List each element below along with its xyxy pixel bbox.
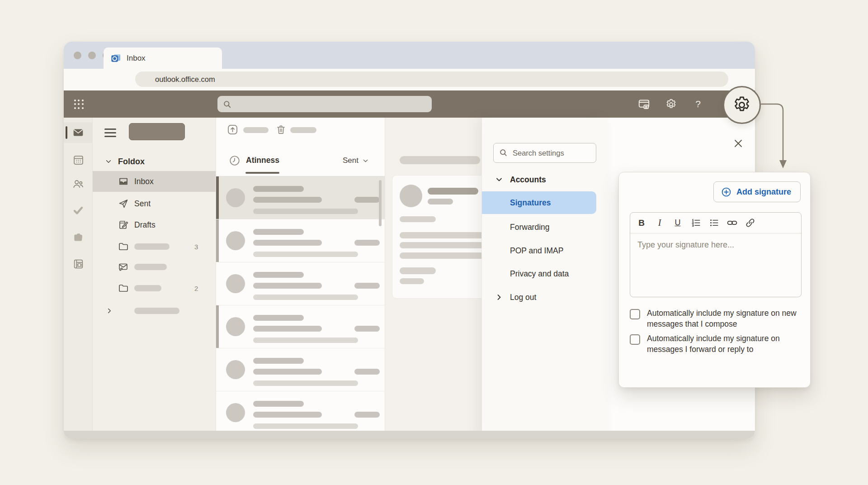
- folder-name-skeleton: [134, 285, 161, 291]
- message-row[interactable]: [216, 391, 385, 434]
- message-list-header: Atinness Sent: [216, 150, 385, 176]
- folder-item-custom-3[interactable]: 2: [93, 278, 216, 299]
- help-icon[interactable]: ?: [692, 98, 704, 110]
- chevron-down-icon: [495, 176, 503, 183]
- command-label-skeleton: [290, 127, 316, 133]
- address-bar[interactable]: outlook.office.com: [135, 71, 728, 87]
- checkbox-new-messages[interactable]: [630, 309, 640, 319]
- underline-button[interactable]: U: [671, 216, 684, 230]
- message-row[interactable]: [216, 176, 385, 219]
- folder-section-row[interactable]: Foldox: [93, 151, 216, 172]
- folder-name-skeleton: [134, 308, 179, 314]
- browser-toolbar: outlook.office.com: [64, 69, 755, 90]
- briefcase-icon: [72, 232, 84, 243]
- hamburger-menu-icon[interactable]: [104, 128, 116, 137]
- signature-textarea[interactable]: [630, 233, 801, 296]
- filter-dropdown[interactable]: Sent: [343, 156, 368, 165]
- new-message-icon[interactable]: [227, 124, 238, 135]
- body-skeleton: [400, 278, 424, 284]
- settings-gear-callout[interactable]: [723, 86, 761, 124]
- folder-group-collapsed[interactable]: [93, 300, 216, 321]
- app-launcher-icon[interactable]: [74, 100, 84, 109]
- outlook-favicon: [111, 53, 121, 63]
- rail-todo-button[interactable]: [64, 200, 93, 221]
- folder-item-inbox[interactable]: Inbox: [93, 171, 216, 192]
- list-view-tab[interactable]: Atinness: [246, 156, 279, 165]
- folder-count-badge: 2: [194, 285, 198, 292]
- people-icon: [72, 178, 84, 190]
- folder-item-sent[interactable]: Sent: [93, 193, 216, 214]
- reading-pane: [385, 118, 485, 439]
- delete-icon[interactable]: [276, 124, 286, 135]
- folder-icon: [118, 283, 129, 294]
- folder-name-skeleton: [134, 243, 170, 250]
- mail-icon: [72, 127, 84, 138]
- rail-mail-button[interactable]: [64, 122, 93, 143]
- rail-notes-button[interactable]: [64, 253, 93, 274]
- list-scrollbar[interactable]: [379, 180, 382, 226]
- address-bar-url: outlook.office.com: [155, 75, 215, 84]
- drafts-icon: [118, 219, 129, 230]
- checkbox-row-forward-reply[interactable]: Automatically include my signature on me…: [630, 333, 805, 355]
- subject-skeleton: [400, 156, 480, 164]
- settings-nav-pop-imap[interactable]: POP and IMAP: [482, 243, 608, 258]
- message-row[interactable]: [216, 305, 385, 348]
- mail-pen-icon: [118, 262, 129, 272]
- message-row[interactable]: [216, 348, 385, 391]
- app-search-bar[interactable]: [217, 96, 432, 112]
- chevron-right-icon: [106, 308, 113, 314]
- message-row[interactable]: [216, 262, 385, 305]
- signature-editor: B I U: [630, 212, 802, 297]
- checkbox-row-new-messages[interactable]: Automatically include my signature on ne…: [630, 308, 805, 329]
- settings-gear-icon[interactable]: [665, 98, 677, 110]
- settings-search-input[interactable]: [493, 143, 596, 163]
- add-signature-button[interactable]: Add signature: [713, 181, 801, 202]
- settings-nav-accounts[interactable]: Accounts: [482, 172, 608, 187]
- folder-item-custom-1[interactable]: 3: [93, 236, 216, 257]
- search-icon: [499, 148, 508, 157]
- settings-search[interactable]: [493, 143, 596, 163]
- rail-people-button[interactable]: [64, 174, 93, 195]
- chevron-down-icon: [105, 158, 112, 165]
- clock-icon: [229, 155, 241, 166]
- chain-link-icon[interactable]: [725, 216, 739, 230]
- bullet-list-button[interactable]: [707, 216, 721, 230]
- rail-calendar-button[interactable]: [64, 149, 93, 170]
- close-icon[interactable]: [732, 137, 745, 150]
- message-items: [216, 176, 385, 434]
- bold-button[interactable]: B: [635, 216, 648, 230]
- sender-meta-skeleton: [428, 199, 453, 204]
- send-icon: [118, 198, 129, 209]
- hyperlink-icon[interactable]: [743, 216, 757, 230]
- browser-tab[interactable]: Inbox: [104, 48, 222, 69]
- numbered-list-button[interactable]: [689, 216, 703, 230]
- window-minimize-button[interactable]: [88, 52, 96, 59]
- plus-circle-icon: [721, 187, 731, 197]
- notes-icon: [73, 258, 84, 270]
- folder-item-drafts[interactable]: Drafts: [93, 214, 216, 235]
- chevron-right-icon: [495, 294, 503, 301]
- browser-tab-strip: Inbox: [64, 42, 755, 69]
- calendar-icon: [73, 154, 84, 166]
- italic-button[interactable]: I: [653, 216, 666, 230]
- folder-icon: [118, 241, 129, 252]
- settings-panel: Accounts Signatures Forwarding POP and I…: [481, 118, 608, 439]
- rail-briefcase-button[interactable]: [64, 227, 93, 248]
- tab-title: Inbox: [127, 54, 146, 63]
- message-row[interactable]: [216, 219, 385, 262]
- checkbox-forward-reply[interactable]: [630, 334, 640, 345]
- settings-nav-privacy[interactable]: Privacy and data: [482, 266, 608, 281]
- settings-nav-logout[interactable]: Log out: [482, 290, 608, 305]
- folder-pane: Foldox Inbox Sent: [93, 118, 216, 439]
- search-icon: [223, 100, 231, 109]
- message-card: [392, 175, 492, 299]
- devices-icon[interactable]: [637, 98, 650, 110]
- window-close-button[interactable]: [74, 52, 81, 59]
- sender-name-skeleton: [428, 188, 478, 195]
- settings-nav-signatures[interactable]: Signatures: [482, 191, 596, 214]
- folder-item-custom-2[interactable]: [93, 257, 216, 277]
- settings-nav-forwarding[interactable]: Forwarding: [482, 219, 608, 235]
- body-skeleton: [400, 232, 484, 238]
- app-rail: [64, 118, 93, 439]
- compose-button-skeleton[interactable]: [129, 123, 185, 140]
